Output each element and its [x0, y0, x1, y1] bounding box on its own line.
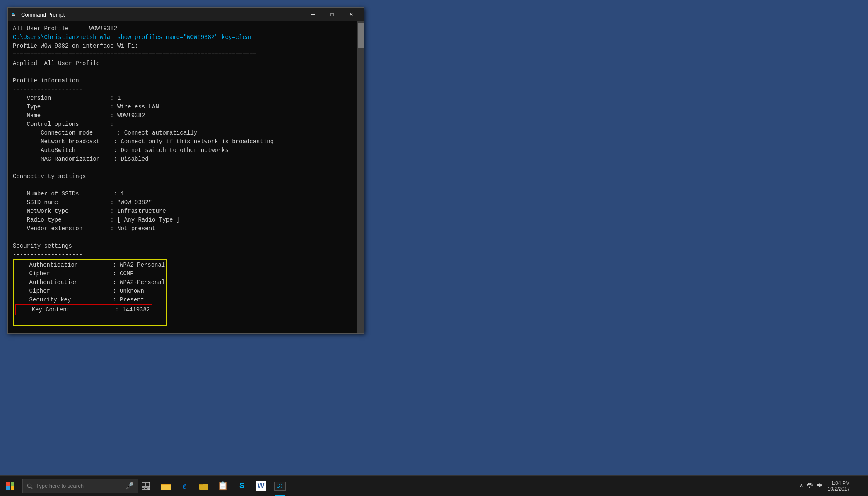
connectivity-header: Connectivity settings: [13, 172, 359, 181]
search-icon: [27, 483, 33, 489]
applied: Applied: All User Profile: [13, 59, 359, 68]
profile-header: Profile WOW!9382 on interface Wi-Fi:: [13, 42, 359, 51]
auth1: Authentication : WPA2-Personal: [15, 261, 165, 270]
auth2: Authentication : WPA2-Personal: [15, 278, 165, 287]
scrollbar-thumb[interactable]: [358, 23, 364, 48]
cipher1: Cipher : CCMP: [15, 270, 165, 278]
cipher2: Cipher : Unknown: [15, 287, 165, 296]
date-display: 10/2/2017: [828, 486, 850, 492]
name-label: Name : WOW!9382: [13, 111, 359, 120]
file-explorer-icon: [161, 481, 171, 491]
svg-rect-16: [161, 485, 171, 490]
cmd-window: Command Prompt ─ □ ✕ All User Profile : …: [7, 7, 364, 334]
mac-randomization: MAC Randomization : Disabled: [13, 155, 359, 164]
scroll-line: All User Profile : WOW!9382: [13, 24, 359, 33]
svg-rect-10: [142, 482, 145, 487]
autoswitch: AutoSwitch : Do not switch to other netw…: [13, 146, 359, 155]
svg-marker-21: [817, 483, 820, 487]
svg-rect-14: [148, 488, 150, 490]
folder-icon: [199, 481, 209, 491]
network-broadcast: Network broadcast : Connect only if this…: [13, 137, 359, 146]
red-box: Key Content : 14419382: [15, 304, 152, 315]
titlebar: Command Prompt ─ □ ✕: [8, 8, 364, 21]
svg-rect-13: [145, 488, 147, 490]
svg-rect-7: [11, 486, 14, 490]
radio-type: Radio type : [ Any Radio Type ]: [13, 216, 359, 224]
svg-rect-11: [146, 482, 150, 487]
connection-mode: Connection mode : Connect automatically: [13, 129, 359, 137]
titlebar-controls: ─ □ ✕: [304, 8, 361, 21]
yellow-box: Authentication : WPA2-Personal Cipher : …: [13, 259, 167, 326]
cmd-taskbar-app[interactable]: C:: [271, 476, 289, 496]
key-content: Key Content : 14419382: [18, 306, 150, 314]
svg-rect-1: [12, 13, 14, 14]
desktop: Command Prompt ─ □ ✕ All User Profile : …: [0, 0, 868, 496]
word-icon: W: [256, 481, 266, 491]
profile-info-dash: --------------------: [13, 85, 359, 94]
network-icon[interactable]: [806, 482, 813, 490]
security-key: Security key : Present: [15, 296, 165, 304]
svg-rect-19: [199, 484, 203, 485]
volume-icon[interactable]: [816, 482, 823, 490]
skype-icon: S: [237, 481, 247, 491]
close-button[interactable]: ✕: [342, 8, 361, 21]
taskbar-right: ∧: [800, 480, 868, 492]
security-highlight-area: Authentication : WPA2-Personal Cipher : …: [13, 259, 167, 326]
maximize-button[interactable]: □: [323, 8, 342, 21]
edge-taskbar-app[interactable]: e: [176, 476, 194, 496]
task-view-icon: [142, 482, 150, 490]
version-label: Version : 1: [13, 94, 359, 103]
terminal-body[interactable]: All User Profile : WOW!9382 C:\Users\Chr…: [8, 21, 364, 333]
sticky-notes-icon: 📋: [218, 481, 228, 491]
skype-taskbar-app[interactable]: S: [233, 476, 251, 496]
task-view-button[interactable]: [138, 476, 153, 496]
window-title: Command Prompt: [21, 12, 65, 18]
network-type: Network type : Infrastructure: [13, 207, 359, 216]
svg-rect-6: [6, 486, 10, 490]
search-box[interactable]: Type here to search 🎤: [22, 479, 138, 493]
notification-icon[interactable]: [855, 482, 861, 490]
cmd-icon: [11, 11, 18, 18]
svg-rect-12: [142, 488, 144, 490]
svg-rect-2: [12, 14, 15, 15]
control-options-label: Control options :: [13, 120, 359, 129]
svg-rect-17: [161, 484, 165, 485]
connectivity-dash: --------------------: [13, 181, 359, 190]
scrollbar[interactable]: [357, 21, 364, 333]
security-dash: --------------------: [13, 250, 359, 259]
svg-line-9: [31, 487, 33, 489]
file-explorer-taskbar-app[interactable]: [157, 476, 175, 496]
svg-point-8: [28, 484, 31, 487]
word-taskbar-app[interactable]: W: [252, 476, 270, 496]
security-header: Security settings: [13, 242, 359, 250]
cmd-icon-taskbar: C:: [274, 482, 286, 491]
separator: ========================================…: [13, 51, 359, 59]
profile-info-header: Profile information: [13, 77, 359, 85]
chevron-icon[interactable]: ∧: [800, 483, 803, 489]
edge-icon: e: [180, 481, 190, 491]
command-line: C:\Users\Christian>netsh wlan show profi…: [13, 33, 359, 42]
system-icons: ∧: [800, 482, 822, 490]
folder-taskbar-app[interactable]: [195, 476, 213, 496]
microphone-icon: 🎤: [125, 482, 134, 490]
ssid-name: SSID name : "WOW!9382": [13, 198, 359, 207]
svg-rect-5: [11, 482, 14, 486]
svg-rect-4: [6, 482, 10, 486]
sticky-notes-taskbar-app[interactable]: 📋: [214, 476, 232, 496]
type-label: Type : Wireless LAN: [13, 103, 359, 111]
clock[interactable]: 1:04 PM 10/2/2017: [828, 480, 850, 492]
start-button[interactable]: [0, 476, 21, 496]
search-placeholder: Type here to search: [36, 483, 84, 489]
svg-point-20: [809, 486, 810, 488]
svg-rect-22: [855, 482, 861, 488]
svg-rect-3: [12, 15, 15, 16]
time-display: 1:04 PM: [828, 480, 850, 486]
minimize-button[interactable]: ─: [304, 8, 323, 21]
vendor-ext: Vendor extension : Not present: [13, 224, 359, 233]
num-ssids: Number of SSIDs : 1: [13, 190, 359, 198]
taskbar-apps: e 📋 S W: [157, 476, 289, 496]
titlebar-left: Command Prompt: [11, 11, 65, 18]
taskbar: Type here to search 🎤: [0, 475, 868, 496]
